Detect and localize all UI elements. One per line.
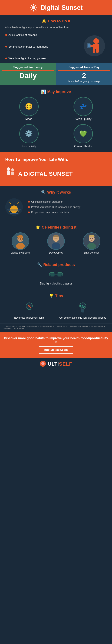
tip-label-fluorescent: Never use fluorescent lights <box>14 316 45 319</box>
james-avatar <box>12 232 29 250</box>
sun-rays-illustration <box>4 198 25 217</box>
svg-point-37 <box>16 243 25 249</box>
svg-point-46 <box>52 243 60 249</box>
product-item-glasses: Blue light blocking glasses <box>4 270 108 285</box>
ultiself-brain-icon: 🧠 <box>40 360 46 368</box>
time-text: hours before you go to sleep <box>58 80 110 83</box>
sun-icon <box>29 4 38 12</box>
svg-point-0 <box>32 6 35 10</box>
svg-line-42 <box>23 239 23 239</box>
why-it-works-heading: 🔍 Why it works <box>4 190 108 194</box>
discover-text: Discover more good habits to improve you… <box>4 336 108 344</box>
why-content: Optimal melatonin production Protect you… <box>4 198 108 217</box>
step-label-2: Set phone/computer to nightmode <box>9 45 48 48</box>
celeb-item-dave: Dave Asprey <box>39 232 73 254</box>
step-dot-2 <box>5 46 7 48</box>
celeb-item-brian: Brian Johnson <box>75 232 108 254</box>
svg-point-48 <box>57 238 58 240</box>
health-circle: 💚 <box>74 124 93 144</box>
svg-line-58 <box>49 273 49 274</box>
svg-rect-63 <box>28 308 31 310</box>
sleep-label: Sleep Quality <box>75 118 91 121</box>
celebrities-grid: James Swanwick Dave Asprey <box>4 232 108 254</box>
tools-icon: 🔧 <box>37 262 42 267</box>
freq-divider <box>2 70 54 71</box>
svg-rect-12 <box>93 49 95 53</box>
tip-item-fluorescent: Never use fluorescent lights <box>4 301 55 319</box>
related-products-section: 🔧 Related products Blue light blocking g… <box>0 258 112 290</box>
step-row-2: Set phone/computer to nightmode <box>5 45 80 48</box>
frequency-time-table: Suggested Frequency Daily Suggested Time… <box>0 63 112 85</box>
svg-point-10 <box>93 38 99 44</box>
step-dot-3 <box>5 58 7 59</box>
svg-point-45 <box>53 235 59 237</box>
step-label-3: Wear blue light blocking glasses <box>9 57 46 60</box>
step-connector-2 <box>5 46 7 48</box>
discover-link[interactable]: http://ultiself.com <box>39 346 73 354</box>
svg-point-60 <box>50 273 54 276</box>
related-products-heading: 🔧 Related products <box>4 262 108 267</box>
discover-section: Discover more good habits to improve you… <box>0 332 112 358</box>
tip-item-glasses: Get comfortable blue light blocking glas… <box>57 301 108 319</box>
how-to-do-section: 🔔 How to Do It Minimize blue light expos… <box>0 16 112 63</box>
dave-avatar <box>47 232 65 250</box>
steps-area: Avoid looking at screens Set phone/compu… <box>5 32 107 63</box>
svg-line-6 <box>35 10 36 10</box>
may-improve-heading: 📊 May improve <box>4 90 108 94</box>
mood-label: Mood <box>25 118 32 121</box>
productivity-label: Productivity <box>22 145 36 148</box>
why-it-works-section: 🔍 Why it works <box>0 186 112 221</box>
improve-item-health: 💚 Overall Health <box>58 124 108 148</box>
svg-rect-18 <box>7 171 10 176</box>
why-item-1: Optimal melatonin production <box>28 200 108 203</box>
why-item-3: Proper sleep improves productivity <box>28 211 108 214</box>
step-connector-3 <box>5 58 7 59</box>
glasses-product-label: Blue light blocking glasses <box>39 282 73 285</box>
chart-icon: 📊 <box>41 90 46 94</box>
improve-banner-bottom: A DIGITAL SUNSET <box>5 167 107 181</box>
sleep-circle: 💤 <box>74 97 93 116</box>
dave-name: Dave Asprey <box>49 251 63 254</box>
svg-point-53 <box>90 238 91 240</box>
svg-text:🧠: 🧠 <box>41 362 45 366</box>
svg-point-36 <box>17 235 23 238</box>
disclaimer: * Ultiself does not provide medical advi… <box>0 323 112 332</box>
health-label: Overall Health <box>74 145 92 148</box>
improve-banner-divider <box>5 164 16 164</box>
time-cell: Suggested Time of Day 2 hours before you… <box>56 63 112 85</box>
person2-icon <box>5 167 16 181</box>
svg-point-51 <box>89 235 95 237</box>
svg-point-52 <box>87 243 96 249</box>
why-text-2: Protect your retina DHA for mood and ene… <box>31 206 80 208</box>
tips-grid: Never use fluorescent lights Get comfort… <box>4 301 108 319</box>
celebrities-section: ⭐ Celebrities doing it <box>0 221 112 258</box>
productivity-circle: ⚙️ <box>19 124 39 144</box>
svg-point-17 <box>7 167 10 171</box>
disclaimer-text: * Ultiself does not provide medical advi… <box>4 325 105 330</box>
why-dot-1 <box>28 201 30 203</box>
may-improve-section: 📊 May improve 😊 Mood 💤 Sleep Quality ⚙️ … <box>0 85 112 152</box>
time-divider <box>58 70 110 71</box>
mood-circle: 😊 <box>19 97 39 116</box>
svg-point-61 <box>58 273 62 276</box>
health-icon: 💚 <box>79 130 87 138</box>
celebrities-heading: ⭐ Celebrities doing it <box>4 225 108 230</box>
sleep-icon: 💤 <box>79 103 87 110</box>
star-icon: ⭐ <box>35 225 40 230</box>
step-connector-1 <box>5 34 7 36</box>
svg-rect-16 <box>88 44 90 47</box>
ultiself-footer: 🧠 ULTiSELF <box>0 358 112 370</box>
search-icon: 🔍 <box>41 190 46 194</box>
svg-rect-20 <box>11 172 14 175</box>
ultiself-logo-text: ULTiSELF <box>48 361 72 367</box>
time-value: 2 <box>58 72 110 80</box>
person-illustration <box>82 32 107 60</box>
how-to-do-heading: 🔔 How to Do It <box>5 19 107 24</box>
productivity-icon: ⚙️ <box>25 130 33 138</box>
svg-point-47 <box>54 238 56 240</box>
step-row-3: Wear blue light blocking glasses <box>5 57 80 60</box>
bell-icon: 🔔 <box>42 19 46 24</box>
why-list: Optimal melatonin production Protect you… <box>28 200 108 214</box>
header: Digital Sunset <box>0 0 112 16</box>
mood-icon: 😊 <box>25 103 33 110</box>
